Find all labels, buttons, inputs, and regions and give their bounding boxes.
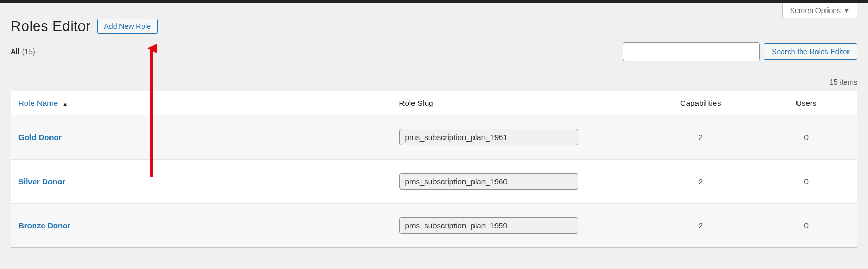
screen-options-label: Screen Options (790, 6, 841, 15)
role-name-link[interactable]: Silver Donor (18, 177, 65, 186)
filter-all-label: All (11, 47, 20, 56)
sort-ascending-icon: ▲ (62, 101, 68, 107)
table-row: Silver Donor 2 0 (11, 160, 857, 204)
users-count: 0 (755, 204, 857, 248)
search-button[interactable]: Search the Roles Editor (764, 43, 857, 60)
screen-options-button[interactable]: Screen Options ▼ (782, 3, 857, 18)
column-header-capabilities: Capabilities (645, 91, 755, 115)
role-slug-input[interactable] (399, 217, 578, 234)
users-count: 0 (755, 115, 857, 160)
role-name-link[interactable]: Bronze Donor (18, 221, 70, 230)
page-title: Roles Editor (11, 18, 91, 35)
caret-down-icon: ▼ (844, 7, 850, 14)
add-new-role-button[interactable]: Add New Role (97, 19, 158, 34)
role-slug-input[interactable] (399, 173, 578, 190)
filter-all-count: (15) (22, 47, 35, 56)
roles-table: Role Name ▲ Role Slug Capabilities Users… (11, 91, 857, 248)
items-count: 15 items (11, 67, 857, 91)
capabilities-count: 2 (645, 204, 755, 248)
role-name-link[interactable]: Gold Donor (18, 133, 62, 142)
filter-all-link[interactable]: All (15) (11, 47, 35, 56)
role-slug-input[interactable] (399, 129, 578, 145)
capabilities-count: 2 (645, 160, 755, 204)
column-header-users: Users (755, 91, 857, 115)
capabilities-count: 2 (645, 115, 755, 160)
table-row: Gold Donor 2 0 (11, 115, 857, 160)
table-row: Bronze Donor 2 0 (11, 204, 857, 248)
users-count: 0 (755, 160, 857, 204)
column-header-name[interactable]: Role Name ▲ (11, 91, 392, 115)
search-input[interactable] (623, 42, 760, 61)
column-header-slug: Role Slug (392, 91, 646, 115)
